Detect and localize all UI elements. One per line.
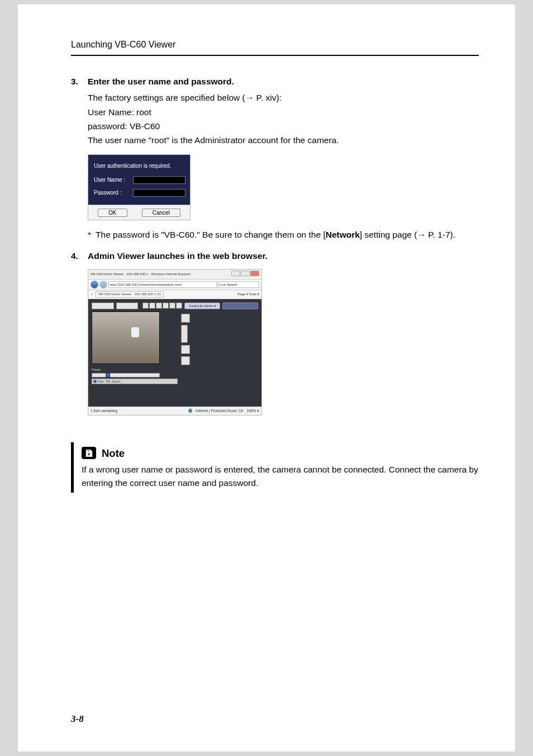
step-3-body: The factory settings are specified below… <box>88 91 479 241</box>
step-4-number: 4. <box>71 249 80 262</box>
browser-tab[interactable]: VB-C60 Admin Viewer - 192.168.100.1 (II) <box>96 291 164 297</box>
step-3-p4: The user name "root" is the Administrato… <box>88 134 479 147</box>
browser-toolbar-right[interactable]: Page ▾ Tools ▾ <box>237 292 259 297</box>
step-4-heading: 4. Admin Viewer launches in the web brow… <box>71 249 479 262</box>
internet-zone-icon <box>188 409 192 413</box>
info-icon <box>93 380 97 383</box>
text-fragment: P. 1-7). <box>426 230 455 239</box>
control-dropdown[interactable]: Control for Admin ▾ <box>184 303 220 309</box>
viewer-button[interactable] <box>116 303 139 309</box>
maximize-icon[interactable] <box>241 271 250 276</box>
step-3-title: Enter the user name and password. <box>88 75 234 88</box>
zoom-slider[interactable] <box>181 325 188 343</box>
toolbar-icon[interactable] <box>149 303 155 309</box>
step-3-number: 3. <box>71 75 80 88</box>
note-body-text: If a wrong user name or password is ente… <box>82 463 479 489</box>
toolbar-icon[interactable] <box>176 303 182 309</box>
viewer-button[interactable] <box>92 303 114 309</box>
text-fragment: P. xiv): <box>254 93 282 102</box>
ptz-info-bar: Pan: Tilt: Zoom: <box>92 379 178 384</box>
address-bar[interactable]: http://192.168.100.1/viewer/admin/ja/adm… <box>108 281 217 288</box>
status-zone: Internet | Protected Mode: On <box>196 408 244 414</box>
pan-slider[interactable] <box>92 373 160 377</box>
document-page: Launching VB-C60 Viewer 3. Enter the use… <box>18 4 515 752</box>
auth-dialog: User authentication is required. User Na… <box>88 154 191 220</box>
toolbar-icon[interactable] <box>163 303 169 309</box>
toolbar-icon[interactable] <box>142 303 149 309</box>
text-fragment: The factory settings are specified below… <box>88 93 245 102</box>
status-left: 1 item remaining <box>91 408 117 414</box>
password-input[interactable] <box>133 189 185 197</box>
username-label: User Name : <box>94 176 129 184</box>
network-keyword: Network <box>326 230 360 239</box>
live-video-view[interactable] <box>92 311 160 364</box>
note-icon <box>82 447 96 459</box>
cancel-button[interactable]: Cancel <box>142 209 180 217</box>
running-header: Launching VB-C60 Viewer <box>71 38 479 55</box>
note-callout: Note If a wrong user name or password is… <box>71 442 479 493</box>
forward-button[interactable] <box>99 281 107 289</box>
step-4-title: Admin Viewer launches in the web browser… <box>88 249 268 262</box>
step-3-heading: 3. Enter the user name and password. <box>71 75 479 88</box>
ok-button[interactable]: OK <box>98 209 127 217</box>
right-arrow-glyph: → <box>417 230 426 239</box>
back-button[interactable] <box>91 281 98 289</box>
step-3-footnote: * The password is "VB-C60." Be sure to c… <box>88 228 479 241</box>
toolbar-icon[interactable] <box>169 303 175 309</box>
username-input[interactable] <box>133 176 185 184</box>
text-fragment: The password is "VB-C60." Be sure to cha… <box>96 230 326 239</box>
control-button[interactable] <box>181 356 190 365</box>
window-controls[interactable] <box>231 271 259 278</box>
step-3-p3: password: VB-C60 <box>88 120 479 133</box>
page-number: 3-8 <box>71 712 84 726</box>
footnote-mark: * <box>88 228 91 241</box>
preset-label: Preset <box>92 367 178 372</box>
minimize-icon[interactable] <box>231 271 240 276</box>
browser-window: VB-C60 Admin Viewer - 192.168.100.1 - Wi… <box>88 269 262 415</box>
favorites-icon[interactable]: ★ <box>91 292 93 297</box>
search-box[interactable]: Live Search <box>218 281 259 288</box>
status-zoom[interactable]: 100% ▾ <box>247 408 259 414</box>
note-heading-text: Note <box>102 446 125 461</box>
right-arrow-glyph: → <box>245 93 254 102</box>
text-fragment: ] setting page ( <box>360 230 417 239</box>
auth-dialog-message: User authentication is required. <box>94 162 185 170</box>
control-pad-icon[interactable] <box>181 314 190 323</box>
browser-title: VB-C60 Admin Viewer - 192.168.100.1 - Wi… <box>91 272 191 277</box>
ptz-info-text: Pan: Tilt: Zoom: <box>98 379 121 384</box>
panel-toggle[interactable] <box>222 303 258 309</box>
admin-viewer-content: Control for Admin ▾ Preset Pan: Tilt: Zo… <box>88 299 261 407</box>
toolbar-icon[interactable] <box>156 303 162 309</box>
header-rule <box>71 55 479 56</box>
close-icon[interactable] <box>250 271 259 276</box>
step-3-p2: User Name: root <box>88 106 479 119</box>
password-label: Password : <box>94 188 129 197</box>
step-3-p1: The factory settings are specified below… <box>88 91 479 104</box>
control-button[interactable] <box>181 345 190 354</box>
